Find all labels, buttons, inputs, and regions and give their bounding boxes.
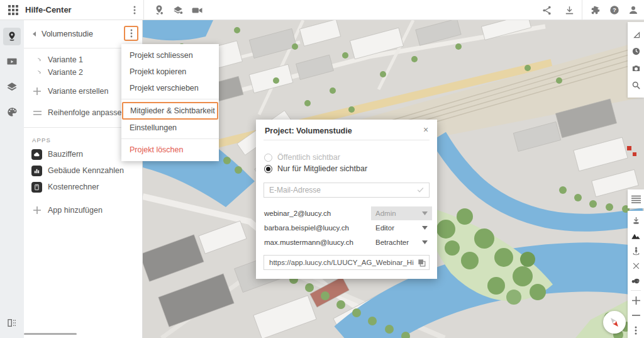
role-value: Admin bbox=[375, 210, 396, 217]
toolbar-divider bbox=[631, 290, 641, 291]
terrain-icon[interactable] bbox=[628, 228, 644, 244]
projects-tool-icon[interactable] bbox=[3, 28, 21, 45]
radio-members-only[interactable]: Nur für Mitglieder sichtbar bbox=[264, 164, 367, 173]
zoom-out-icon[interactable] bbox=[628, 308, 644, 323]
member-email: webinar_2@luucy.ch bbox=[264, 210, 331, 217]
app-label: Bauziffern bbox=[48, 150, 83, 159]
menu-item-copy-project[interactable]: Projekt kopieren bbox=[121, 64, 219, 80]
chevron-down-icon bbox=[422, 211, 428, 215]
time-icon[interactable] bbox=[628, 43, 644, 60]
project-name: Volumenstudie bbox=[42, 30, 93, 38]
video-icon[interactable] bbox=[189, 0, 205, 20]
left-icon-rail bbox=[0, 20, 24, 338]
app-label: Kostenrechner bbox=[48, 183, 99, 191]
radio-members-label: Nur für Mitglieder sichtbar bbox=[277, 164, 367, 173]
radio-public-label: Öffentlich sichtbar bbox=[277, 153, 340, 162]
member-row: max.mustermann@luucy.ch Betrachter bbox=[264, 235, 430, 249]
menu-divider bbox=[121, 138, 219, 139]
styles-tool-icon[interactable] bbox=[3, 103, 21, 121]
list-icon[interactable] bbox=[628, 191, 644, 208]
create-variant-label: Variante erstellen bbox=[48, 87, 108, 96]
menu-divider bbox=[121, 99, 219, 99]
legend-icon[interactable] bbox=[3, 314, 21, 332]
kennzahlen-app-icon bbox=[31, 166, 42, 176]
check-icon bbox=[416, 186, 425, 194]
copy-icon[interactable] bbox=[417, 258, 426, 267]
topbar-divider bbox=[143, 0, 144, 20]
zoom-in-icon[interactable] bbox=[628, 293, 644, 308]
member-row: barbara.beispiel@luucy.ch Editor bbox=[264, 221, 430, 235]
reorder-icon bbox=[32, 110, 42, 116]
media-tool-icon[interactable] bbox=[3, 53, 21, 70]
app-item-gebaeude-kennzahlen[interactable]: Gebäude Kennzahlen bbox=[24, 162, 142, 179]
reorder-label: Reihenfolge anpassen bbox=[48, 108, 126, 117]
radio-selected-icon bbox=[264, 165, 272, 173]
plus-icon bbox=[32, 87, 42, 95]
layer-list-toolbar bbox=[628, 189, 644, 208]
add-app-button[interactable]: App hinzufügen bbox=[24, 204, 142, 217]
chevron-down-icon bbox=[422, 226, 428, 230]
radio-icon bbox=[264, 154, 272, 162]
role-select-betrachter[interactable]: Betrachter bbox=[371, 235, 432, 249]
role-value: Editor bbox=[375, 224, 394, 232]
visibility-off-icon[interactable] bbox=[32, 56, 42, 64]
share-url-input[interactable] bbox=[264, 255, 430, 270]
member-email: barbara.beispiel@luucy.ch bbox=[264, 224, 349, 232]
menu-item-close-project[interactable]: Projekt schliessen bbox=[121, 47, 219, 64]
plugins-icon[interactable] bbox=[587, 0, 604, 20]
add-layer-icon[interactable] bbox=[170, 0, 186, 20]
app-item-kostenrechner[interactable]: Kostenrechner bbox=[24, 179, 142, 195]
radio-public-visible[interactable]: Öffentlich sichtbar bbox=[264, 153, 340, 162]
right-toolbar-main bbox=[628, 211, 644, 338]
variant-label: Variante 2 bbox=[48, 68, 83, 77]
app-label: Gebäude Kennzahlen bbox=[48, 166, 124, 175]
layers-tool-icon[interactable] bbox=[3, 78, 21, 96]
horizontal-scrollbar[interactable] bbox=[24, 333, 77, 335]
help-icon[interactable]: ? bbox=[606, 0, 623, 20]
camera-orbit-icon[interactable] bbox=[628, 274, 644, 289]
account-icon[interactable] bbox=[625, 0, 641, 20]
members-visibility-dialog: Project: Volumenstudie × Öffentlich sich… bbox=[256, 120, 437, 279]
add-app-label: App hinzufügen bbox=[48, 206, 103, 215]
role-select-admin[interactable]: Admin bbox=[371, 206, 432, 220]
share-icon[interactable] bbox=[538, 0, 555, 20]
member-row: webinar_2@luucy.ch Admin bbox=[264, 206, 430, 220]
page-title: Hilfe-Center bbox=[25, 5, 72, 14]
role-value: Betrachter bbox=[375, 239, 409, 246]
add-location-icon[interactable] bbox=[151, 0, 167, 20]
menu-item-settings[interactable]: Einstellungen bbox=[121, 120, 219, 136]
app-launcher-icon[interactable] bbox=[8, 5, 18, 15]
street-view-icon[interactable] bbox=[628, 244, 644, 259]
topbar-more-icon[interactable] bbox=[126, 0, 143, 20]
close-icon[interactable]: × bbox=[421, 125, 431, 135]
svg-text:?: ? bbox=[613, 7, 616, 13]
project-menu-button[interactable] bbox=[124, 26, 138, 41]
bauziffern-app-icon bbox=[31, 149, 42, 160]
email-input[interactable] bbox=[264, 183, 430, 198]
screenshot-icon[interactable] bbox=[628, 60, 644, 77]
dialog-title: Project: Volumenstudie bbox=[265, 127, 352, 135]
download-icon[interactable] bbox=[561, 0, 577, 20]
kostenrechner-app-icon bbox=[31, 182, 42, 193]
clear-selection-icon[interactable] bbox=[628, 259, 644, 274]
plus-icon bbox=[32, 206, 42, 214]
search-icon[interactable] bbox=[628, 77, 644, 94]
member-email: max.mustermann@luucy.ch bbox=[264, 239, 353, 246]
variant-label: Variante 1 bbox=[48, 55, 83, 64]
project-context-menu: Projekt schliessen Projekt kopieren Proj… bbox=[121, 44, 219, 161]
app-window: Hilfe-Center ? bbox=[0, 0, 644, 338]
menu-item-move-project[interactable]: Projekt verschieben bbox=[121, 80, 219, 96]
measure-icon[interactable] bbox=[628, 26, 644, 43]
menu-item-delete-project[interactable]: Projekt löschen bbox=[121, 142, 219, 158]
right-toolbar-top bbox=[628, 22, 644, 98]
dialog-divider bbox=[264, 140, 430, 140]
chevron-down-icon bbox=[422, 240, 428, 244]
top-bar: Hilfe-Center ? bbox=[0, 0, 644, 20]
compass-button[interactable] bbox=[603, 311, 626, 334]
visibility-off-icon[interactable] bbox=[32, 69, 42, 77]
collapse-icon[interactable] bbox=[32, 31, 37, 37]
more-options-icon[interactable] bbox=[628, 323, 644, 338]
menu-item-members-visibility[interactable]: Mitglieder & Sichtbarkeit bbox=[122, 102, 218, 120]
role-select-editor[interactable]: Editor bbox=[371, 221, 432, 235]
drop-to-ground-icon[interactable] bbox=[628, 213, 644, 228]
